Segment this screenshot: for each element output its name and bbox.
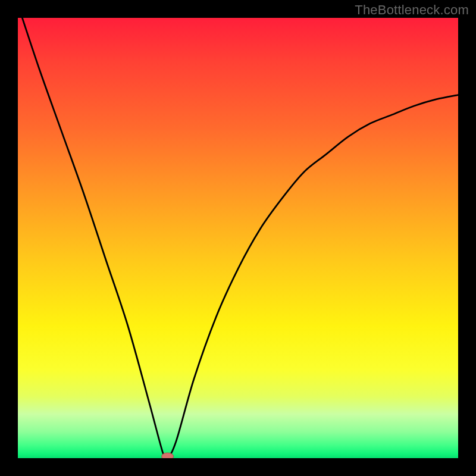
chart-frame: TheBottleneck.com [0,0,476,476]
bottleneck-curve [22,18,458,458]
chart-svg [18,18,458,458]
watermark-text: TheBottleneck.com [355,2,469,18]
minimum-marker [162,453,174,458]
plot-area [18,18,458,458]
